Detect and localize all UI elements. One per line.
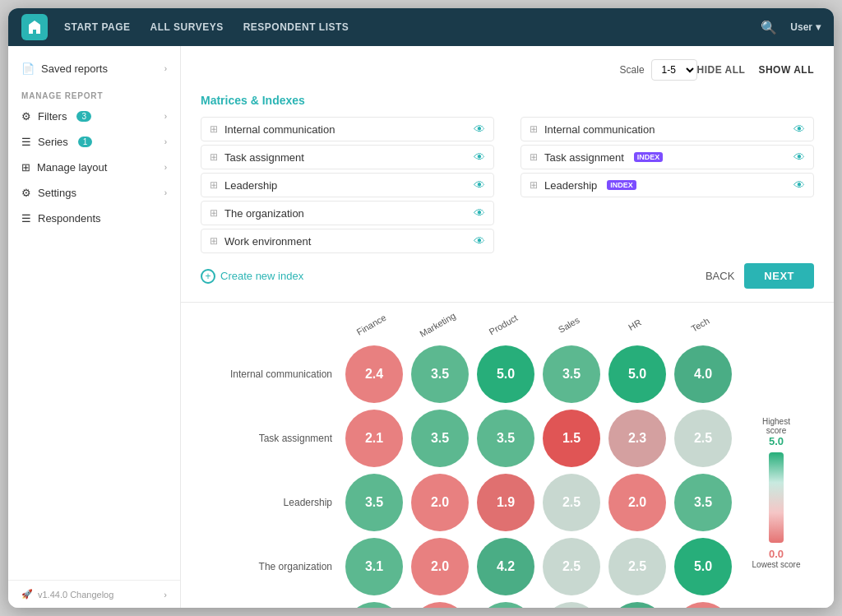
logo[interactable] — [21, 14, 48, 40]
eye-icon[interactable]: 👁 — [474, 178, 485, 192]
series-icon: ☰ — [21, 136, 31, 148]
heatmap-row: The organization3.12.04.22.52.55.0 — [214, 538, 732, 595]
heat-cell: 1.9 — [477, 474, 534, 531]
respondents-label: Respondents — [38, 212, 101, 225]
top-panel: Scale 1-5 HIDE ALL SHOW ALL Matrices & I… — [181, 46, 834, 303]
layout-icon: ⊞ — [21, 161, 30, 174]
legend-gradient — [769, 452, 784, 543]
eye-icon[interactable]: 👁 — [474, 206, 485, 220]
heat-cell: 3.5 — [411, 410, 469, 467]
nav-start-page[interactable]: START PAGE — [64, 21, 131, 33]
heat-cell: 2.5 — [674, 410, 732, 467]
nav-respondent-lists[interactable]: RESPONDENT LISTS — [243, 21, 349, 33]
sidebar-item-filters[interactable]: ⚙ Filters 3 › — [8, 104, 180, 129]
version-link[interactable]: 🚀 v1.44.0 Changelog › — [8, 581, 180, 608]
chevron-icon: › — [164, 163, 167, 172]
eye-icon[interactable]: 👁 — [793, 178, 805, 192]
heatmap-col-label: Marketing — [418, 311, 457, 340]
heat-cell: 3.1 — [345, 538, 403, 595]
eye-icon[interactable]: 👁 — [474, 234, 485, 248]
top-navigation: START PAGE ALL SURVEYS RESPONDENT LISTS … — [8, 8, 834, 46]
nav-buttons: BACK NEXT — [706, 263, 814, 289]
heat-cell: 4.0 — [674, 345, 732, 403]
nav-all-surveys[interactable]: ALL SURVEYS — [150, 21, 224, 33]
eye-icon[interactable]: 👁 — [793, 123, 805, 136]
matrix-label: Internal communication — [544, 123, 655, 136]
sidebar-item-settings[interactable]: ⚙ Settings › — [8, 180, 180, 206]
matrix-label: The organization — [224, 207, 304, 220]
matrix-item-work-env-left: ⊞ Work environment 👁 — [201, 229, 494, 253]
heatmap-row-label: Internal communication — [214, 368, 345, 380]
create-index-label: Create new index — [220, 270, 303, 282]
grid-icon: ⊞ — [210, 179, 218, 191]
report-icon: 📄 — [21, 63, 35, 75]
show-all-button[interactable]: SHOW ALL — [758, 64, 814, 76]
heat-cell: 2.0 — [411, 474, 469, 531]
panel-footer: + Create new index BACK NEXT — [201, 263, 814, 289]
hide-all-button[interactable]: HIDE ALL — [697, 64, 746, 76]
sidebar-item-series[interactable]: ☰ Series 1 › — [8, 129, 180, 155]
heat-cell: 2.5 — [543, 602, 600, 608]
chevron-icon: › — [164, 64, 167, 73]
scale-section: Scale 1-5 — [620, 59, 697, 81]
heat-cell: 3.5 — [345, 474, 403, 531]
heat-cell: 1.5 — [543, 410, 600, 467]
version-label: v1.44.0 Changelog — [38, 590, 113, 600]
heat-cell: 2.5 — [543, 538, 600, 595]
legend: Highest score 5.0 0.0 Lowest score — [732, 319, 801, 608]
legend-highest-value: 5.0 — [769, 435, 784, 447]
chevron-icon: › — [164, 137, 167, 146]
heat-cell: 2.1 — [345, 410, 403, 467]
hide-show-controls: HIDE ALL SHOW ALL — [697, 64, 814, 76]
next-button[interactable]: NEXT — [744, 263, 814, 289]
eye-icon[interactable]: 👁 — [474, 151, 485, 164]
search-icon[interactable]: 🔍 — [761, 20, 777, 35]
sidebar-item-respondents[interactable]: ☰ Respondents — [8, 206, 180, 231]
eye-icon[interactable]: 👁 — [793, 151, 805, 164]
matrices-title: Matrices & Indexes — [201, 94, 814, 107]
matrix-label: Leadership — [224, 179, 277, 192]
heatmap-col-label: Finance — [355, 313, 388, 337]
grid-icon: ⊞ — [530, 179, 538, 191]
rocket-icon: 🚀 — [21, 589, 33, 600]
scale-select[interactable]: 1-5 — [651, 59, 697, 81]
heatmap-row-label: The organization — [214, 561, 345, 572]
manage-layout-label: Manage layout — [37, 161, 107, 174]
heat-cell: 3.5 — [477, 410, 534, 467]
heat-cell: 3.5 — [477, 602, 534, 608]
manage-report-section: MANAGE REPORT — [8, 81, 180, 104]
sidebar: 📄 Saved reports › MANAGE REPORT ⚙ Filter… — [8, 46, 181, 608]
heat-cell: 2.2 — [674, 602, 732, 608]
chevron-icon: › — [164, 590, 167, 600]
back-button[interactable]: BACK — [706, 270, 734, 282]
matrix-item-internal-comm-right: ⊞ Internal communication 👁 — [520, 117, 814, 141]
settings-label: Settings — [38, 187, 76, 199]
nav-links: START PAGE ALL SURVEYS RESPONDENT LISTS — [64, 21, 761, 33]
create-index-button[interactable]: + Create new index — [201, 269, 303, 284]
heatmap-row: Leadership3.52.01.92.52.03.5 — [214, 474, 732, 531]
matrix-item-task-assign-left: ⊞ Task assignment 👁 — [201, 145, 494, 169]
matrix-label: Work environment — [224, 235, 311, 248]
matrix-item-leadership-right: ⊞ Leadership INDEX 👁 — [520, 173, 814, 197]
user-menu[interactable]: User ▾ — [790, 21, 821, 33]
index-badge: INDEX — [634, 152, 664, 162]
heatmap-main: FinanceMarketingProductSalesHRTechIntern… — [214, 319, 732, 608]
sidebar-item-manage-layout[interactable]: ⊞ Manage layout › — [8, 155, 180, 180]
grid-icon: ⊞ — [210, 207, 218, 219]
filters-badge: 3 — [76, 111, 91, 122]
sidebar-saved-reports[interactable]: 📄 Saved reports › — [8, 56, 180, 81]
grid-icon: ⊞ — [530, 151, 538, 163]
matrix-item-task-assign-right: ⊞ Task assignment INDEX 👁 — [520, 145, 814, 169]
settings-icon: ⚙ — [21, 187, 31, 199]
panel-header: Scale 1-5 HIDE ALL SHOW ALL — [201, 59, 814, 81]
index-badge: INDEX — [607, 180, 636, 190]
heatmap-area: FinanceMarketingProductSalesHRTechIntern… — [181, 303, 834, 608]
grid-icon: ⊞ — [530, 123, 538, 135]
heat-cell: 3.5 — [543, 345, 600, 403]
nav-right: 🔍 User ▾ — [761, 20, 821, 35]
heat-cell: 2.0 — [411, 602, 469, 608]
series-label: Series — [38, 136, 68, 148]
series-badge: 1 — [78, 137, 93, 147]
heat-cell: 2.0 — [411, 538, 469, 595]
eye-icon[interactable]: 👁 — [474, 123, 485, 136]
